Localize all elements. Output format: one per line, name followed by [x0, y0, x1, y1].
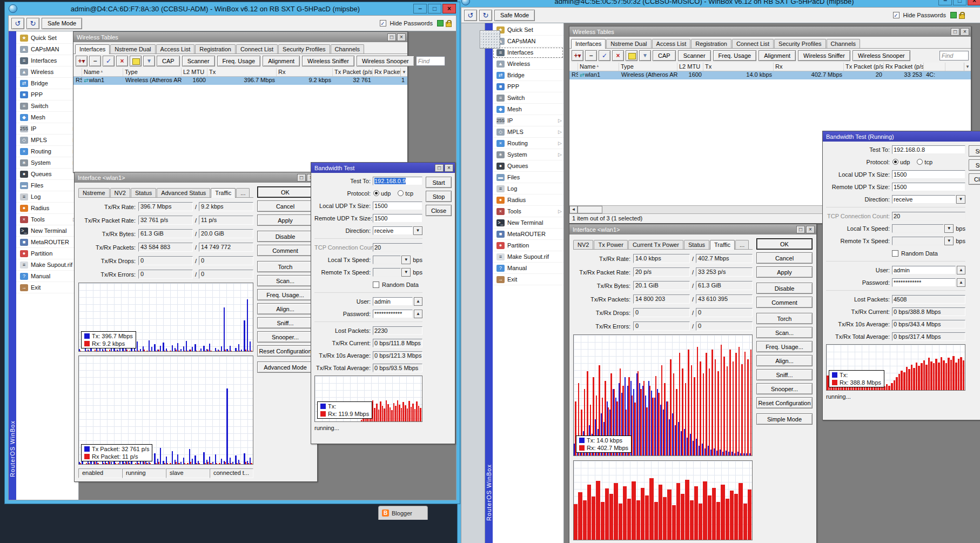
sidebar-item[interactable]: ■ MetaROUTER: [16, 237, 78, 248]
sidebar-item[interactable]: 255 IP ▷: [493, 115, 563, 126]
tab[interactable]: Access List: [652, 39, 691, 48]
dialog-button[interactable]: Sniff...: [756, 369, 813, 380]
close-icon[interactable]: ×: [961, 28, 969, 36]
background-browser-tab[interactable]: B Blogger: [378, 506, 428, 520]
column-header[interactable]: [924, 63, 945, 71]
minimize-button[interactable]: −: [413, 4, 427, 14]
child-titlebar[interactable]: Bandwidth Test (Running): [823, 131, 980, 142]
column-header[interactable]: Rx: [774, 63, 844, 71]
bw-action-button[interactable]: Stop: [426, 191, 452, 202]
remote-udp-tx-size-input[interactable]: 1500: [892, 183, 965, 191]
close-icon[interactable]: ×: [806, 226, 815, 233]
window-titlebar[interactable]: admin@4C:5E:0C:57:50:32 (CCBSU-MUSICO) -…: [461, 0, 980, 7]
sidebar-item[interactable]: ▬ Files: [16, 180, 78, 191]
bw-action-button[interactable]: Close: [969, 173, 980, 185]
hide-passwords-checkbox[interactable]: ✓: [893, 12, 900, 18]
tab[interactable]: Nstreme: [78, 188, 110, 197]
tab[interactable]: NV2: [110, 188, 130, 197]
column-header[interactable]: Rx Packet (p/s): [884, 63, 924, 71]
disable-button[interactable]: ×: [116, 56, 128, 66]
bw-action-button[interactable]: Start: [969, 145, 980, 157]
action-button[interactable]: Freq. Usage: [713, 50, 757, 61]
sidebar-item[interactable]: ? Manual: [16, 271, 78, 282]
column-header[interactable]: Rx: [277, 68, 333, 76]
sidebar-item[interactable]: >_ New Terminal: [493, 217, 563, 229]
sidebar-item[interactable]: ∗ System ▷: [493, 149, 563, 160]
sidebar-item[interactable]: × Tools ▷: [16, 214, 78, 225]
expand-icon[interactable]: ▲: [414, 310, 422, 318]
dialog-button[interactable]: Align...: [756, 355, 813, 366]
sidebar-item[interactable]: ■ PPP: [16, 89, 78, 100]
direction-select[interactable]: receive: [892, 195, 956, 204]
window-titlebar[interactable]: admin@D4:CA:6D:F7:8A:30 (CCBSU-ADM) - Wi…: [8, 2, 457, 15]
disable-button[interactable]: ×: [612, 50, 624, 61]
sidebar-item[interactable]: × Routing ▷: [16, 146, 78, 157]
undo-button[interactable]: ↺: [464, 10, 477, 21]
dialog-button[interactable]: Snooper...: [257, 331, 313, 343]
safe-mode-button[interactable]: Safe Mode: [42, 18, 82, 29]
password-input[interactable]: ************: [373, 310, 413, 318]
sidebar-item[interactable]: ≡ Switch: [16, 100, 78, 112]
sidebar-item[interactable]: ◆ Mesh: [16, 112, 78, 123]
column-header[interactable]: [569, 63, 578, 71]
safe-mode-button[interactable]: Safe Mode: [494, 10, 535, 21]
local-tx-speed-input[interactable]: [892, 224, 944, 233]
sidebar-item[interactable]: ≡ Switch: [493, 92, 563, 104]
child-titlebar[interactable]: Interface <wlan1> □ ×: [75, 172, 317, 183]
dialog-button[interactable]: Freq. Usage...: [756, 341, 813, 352]
test-to-input[interactable]: 192.168.0.8: [892, 145, 965, 154]
tab[interactable]: ...: [735, 240, 749, 249]
bw-action-button[interactable]: Close: [426, 205, 452, 216]
local-udp-tx-size-input[interactable]: 1500: [892, 170, 965, 179]
sidebar-item[interactable]: ? Manual: [493, 263, 563, 274]
remove-button[interactable]: −: [585, 50, 597, 61]
sidebar-item[interactable]: ▲ CAPsMAN: [16, 44, 78, 55]
maximize-icon[interactable]: □: [435, 164, 444, 172]
dropdown-icon[interactable]: ▼: [956, 195, 965, 204]
sidebar-item[interactable]: >_ New Terminal: [16, 225, 78, 237]
table-row[interactable]: RS ⇄wlan1 Wireless (Atheros AR9... 1600 …: [73, 77, 407, 85]
radio-tcp[interactable]: [917, 159, 923, 165]
maximize-button[interactable]: □: [953, 0, 966, 5]
dialog-button[interactable]: Reset Configuration: [756, 397, 813, 408]
dropdown-icon[interactable]: ▼: [413, 226, 422, 235]
close-button[interactable]: ×: [442, 4, 456, 14]
tab[interactable]: Current Tx Power: [628, 240, 683, 249]
sidebar-item[interactable]: ■ MetaROUTER: [493, 229, 563, 240]
dialog-button[interactable]: Torch: [257, 261, 313, 272]
sidebar-item[interactable]: ◇ MPLS ▷: [16, 135, 78, 146]
dialog-button[interactable]: Comment: [257, 245, 313, 256]
column-header[interactable]: Tx Packet (p/s): [844, 63, 884, 71]
maximize-icon[interactable]: □: [796, 226, 805, 233]
action-button[interactable]: Freq. Usage: [217, 56, 261, 66]
sidebar-item[interactable]: ● Queues: [493, 160, 563, 172]
action-button[interactable]: Wireless Snooper: [357, 56, 414, 66]
sidebar-item[interactable]: × Routing ▷: [493, 138, 563, 149]
tab[interactable]: Connect List: [236, 44, 278, 53]
expand-icon[interactable]: ▲: [414, 297, 422, 306]
column-header[interactable]: L2 MTU: [677, 63, 703, 71]
action-button[interactable]: Alignment: [759, 50, 796, 61]
remote-udp-tx-size-input[interactable]: 1500: [373, 214, 422, 223]
tab[interactable]: Connect List: [732, 39, 774, 48]
child-titlebar[interactable]: Bandwidth Test □ ×: [311, 163, 455, 173]
sidebar-item[interactable]: ● Radius: [493, 195, 563, 206]
dialog-button[interactable]: Sniff...: [257, 317, 313, 329]
find-input[interactable]: [939, 51, 969, 61]
redo-button[interactable]: ↻: [26, 18, 39, 29]
remote-tx-speed-input[interactable]: [892, 237, 944, 245]
dropdown-icon[interactable]: ▼: [944, 224, 954, 233]
action-button[interactable]: Scanner: [182, 56, 215, 66]
sidebar-item[interactable]: ★ Quick Set: [16, 32, 78, 44]
local-udp-tx-size-input[interactable]: 1500: [373, 202, 422, 210]
sidebar-item[interactable]: ◆ Mesh: [493, 104, 563, 115]
close-icon[interactable]: ×: [397, 33, 406, 41]
sidebar-item[interactable]: ● Partition: [493, 240, 563, 251]
dialog-button[interactable]: Align...: [257, 303, 313, 314]
sidebar-item[interactable]: ▲ CAPsMAN: [493, 36, 563, 47]
maximize-icon[interactable]: □: [387, 33, 396, 41]
tab[interactable]: Tx Power: [594, 240, 627, 249]
tab[interactable]: NV2: [573, 240, 593, 249]
dropdown-icon[interactable]: ▼: [944, 237, 954, 245]
bw-action-button[interactable]: Start: [426, 177, 452, 188]
